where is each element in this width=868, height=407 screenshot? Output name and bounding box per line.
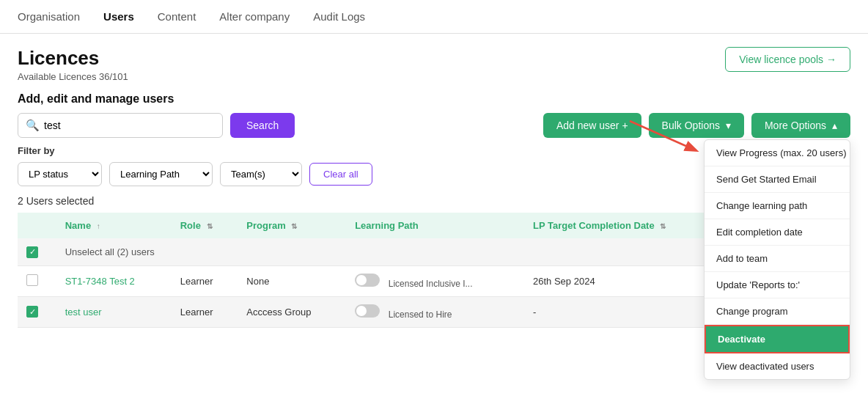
chevron-up-icon: ▴ <box>832 120 837 131</box>
dropdown-view-progress[interactable]: View Progress (max. 20 users) <box>705 140 850 166</box>
col-role[interactable]: Role ⇅ <box>172 213 238 238</box>
col-lp-target[interactable]: LP Target Completion Date ⇅ <box>524 213 722 238</box>
learning-path-select[interactable]: Learning Path <box>110 163 212 186</box>
row1-checkbox-cell <box>18 265 56 296</box>
more-options-button[interactable]: More Options ▴ <box>751 113 850 138</box>
dropdown-update-reports[interactable]: Update 'Reports to:' <box>705 272 850 298</box>
col-checkbox <box>18 213 56 238</box>
row1-checkbox[interactable] <box>26 274 38 286</box>
row2-user-link[interactable]: test user <box>65 307 102 318</box>
row2-checkbox-cell <box>18 296 56 327</box>
search-input[interactable] <box>44 114 215 137</box>
bulk-options-label: Bulk Options <box>662 120 720 131</box>
add-new-user-button[interactable]: Add new user + <box>543 113 641 138</box>
sort-lp-target-icon: ⇅ <box>660 222 666 230</box>
teams-filter[interactable]: Team(s) <box>220 162 302 186</box>
dropdown-deactivate[interactable]: Deactivate <box>705 325 850 353</box>
lp-status-select[interactable]: LP status <box>18 163 101 186</box>
unselect-checkbox[interactable] <box>26 246 38 258</box>
dropdown-change-lp[interactable]: Change learning path <box>705 193 850 219</box>
unselect-checkbox-cell <box>18 238 56 265</box>
row2-toggle[interactable] <box>355 304 380 318</box>
nav-content[interactable]: Content <box>158 10 196 23</box>
search-icon: 🔍 <box>26 119 40 132</box>
row1-lp-label: Licensed Inclusive I... <box>389 279 473 289</box>
lp-status-filter[interactable]: LP status <box>18 162 102 186</box>
page-header: Licences Available Licences 36/101 View … <box>0 34 868 88</box>
chevron-down-icon: ▾ <box>726 120 731 131</box>
nav-audit-logs[interactable]: Audit Logs <box>313 10 365 23</box>
row1-lp-cell: Licensed Inclusive I... <box>346 265 524 296</box>
search-wrapper: 🔍 <box>18 113 223 138</box>
row1-name-cell: ST1-7348 Test 2 <box>56 265 172 296</box>
toolbar: 🔍 Search Add new user + Bulk Options ▾ M… <box>0 113 868 145</box>
row2-name-cell: test user <box>56 296 172 327</box>
page-title-block: Licences Available Licences 36/101 <box>18 47 128 82</box>
bulk-options-button[interactable]: Bulk Options ▾ <box>649 113 744 138</box>
row1-role-cell: Learner <box>172 265 238 296</box>
row1-user-link[interactable]: ST1-7348 Test 2 <box>65 276 135 287</box>
col-program[interactable]: Program ⇅ <box>238 213 346 238</box>
col-name[interactable]: Name ↑ <box>56 213 172 238</box>
row2-role-cell: Learner <box>172 296 238 327</box>
sort-role-icon: ⇅ <box>207 222 213 230</box>
row2-checkbox[interactable] <box>26 306 38 318</box>
teams-select[interactable]: Team(s) <box>221 163 301 186</box>
row1-program-cell: None <box>238 265 346 296</box>
nav-alter-company[interactable]: Alter company <box>219 10 290 23</box>
page-title: Licences <box>18 47 128 70</box>
sort-name-icon: ↑ <box>97 222 100 230</box>
row1-toggle[interactable] <box>355 274 380 287</box>
dropdown-edit-completion[interactable]: Edit completion date <box>705 219 850 246</box>
dropdown-view-deactivated[interactable]: View deactivated users <box>705 353 850 379</box>
nav-users[interactable]: Users <box>103 10 134 23</box>
dropdown-change-program[interactable]: Change program <box>705 298 850 325</box>
row2-lp-cell: Licensed to Hire <box>346 296 524 327</box>
learning-path-filter[interactable]: Learning Path <box>109 162 213 186</box>
available-licences: Available Licences 36/101 <box>18 71 128 82</box>
section-title: Add, edit and manage users <box>0 88 868 113</box>
clear-all-button[interactable]: Clear all <box>309 163 372 186</box>
more-options-menu: View Progress (max. 20 users) Send Get S… <box>704 139 850 380</box>
view-licence-pools-button[interactable]: View licence pools → <box>725 47 850 72</box>
more-options-label: More Options <box>765 120 826 131</box>
col-learning-path: Learning Path <box>346 213 524 238</box>
dropdown-send-email[interactable]: Send Get Started Email <box>705 166 850 193</box>
nav-organisation[interactable]: Organisation <box>18 10 80 23</box>
row1-lp-target-cell: 26th Sep 2024 <box>524 265 722 296</box>
row2-lp-label: Licensed to Hire <box>389 309 452 320</box>
row2-program-cell: Acccess Group <box>238 296 346 327</box>
sort-program-icon: ⇅ <box>291 222 297 230</box>
row2-lp-target-cell: - <box>524 296 722 327</box>
dropdown-add-team[interactable]: Add to team <box>705 246 850 272</box>
search-button[interactable]: Search <box>230 113 295 138</box>
main-nav: Organisation Users Content Alter company… <box>0 0 868 34</box>
more-options-dropdown: More Options ▴ View Progress (max. 20 us… <box>751 113 850 138</box>
